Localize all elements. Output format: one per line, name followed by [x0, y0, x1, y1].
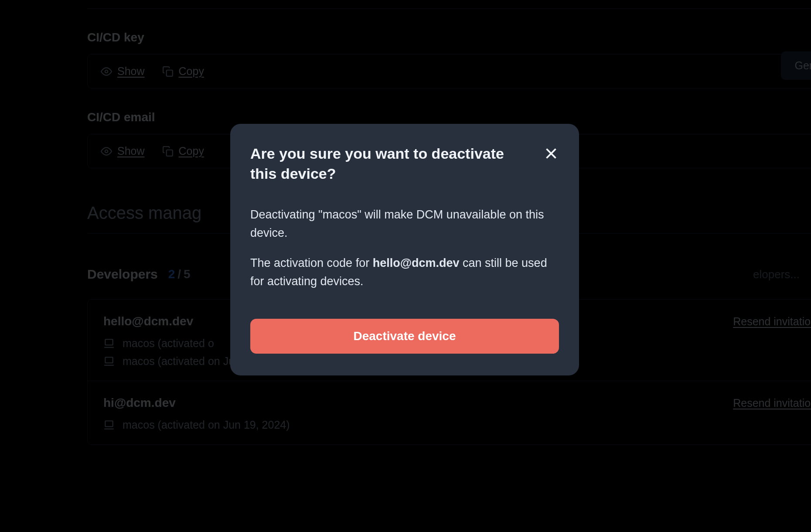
p2-email: hello@dcm.dev: [373, 256, 460, 269]
close-button[interactable]: [543, 146, 559, 161]
close-icon: [543, 146, 559, 161]
modal-title: Are you sure you want to deactivate this…: [250, 144, 529, 184]
modal-overlay: Are you sure you want to deactivate this…: [0, 0, 811, 532]
modal-body: Deactivating "macos" will make DCM unava…: [250, 206, 559, 291]
modal-paragraph-1: Deactivating "macos" will make DCM unava…: [250, 206, 559, 242]
deactivate-device-button[interactable]: Deactivate device: [250, 319, 559, 354]
p2-before: The activation code for: [250, 256, 373, 269]
modal-paragraph-2: The activation code for hello@dcm.dev ca…: [250, 254, 559, 291]
deactivate-device-modal: Are you sure you want to deactivate this…: [230, 124, 579, 375]
